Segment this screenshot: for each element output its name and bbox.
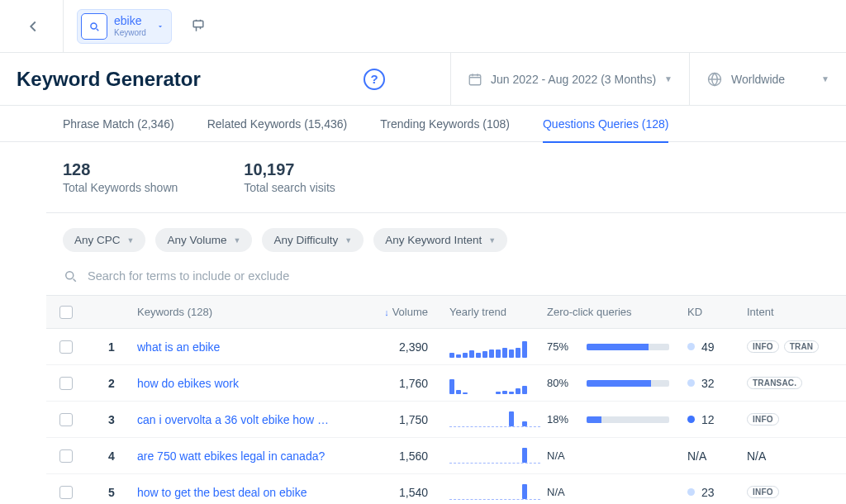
keyword-search-row bbox=[46, 264, 846, 296]
chevron-down-icon: ▼ bbox=[821, 74, 829, 83]
search-icon bbox=[88, 21, 100, 32]
filter-intent[interactable]: Any Keyword Intent▼ bbox=[373, 228, 507, 252]
region-label: Worldwide bbox=[731, 73, 785, 86]
kd-value: 12 bbox=[701, 413, 715, 426]
tab[interactable]: Phrase Match (2,346) bbox=[63, 106, 174, 142]
table-row: 1what is an ebike2,39075%49INFOTRAN bbox=[46, 329, 846, 365]
zero-click-value: 75% bbox=[547, 340, 580, 353]
column-zero-click[interactable]: Zero-click queries bbox=[547, 306, 687, 318]
column-trend[interactable]: Yearly trend bbox=[440, 306, 547, 318]
kd-cell: 23 bbox=[687, 486, 747, 499]
keyword-link[interactable]: how do ebikes work bbox=[137, 377, 352, 390]
table-row: 4are 750 watt ebikes legal in canada?1,5… bbox=[46, 438, 846, 474]
volume-value: 1,750 bbox=[360, 413, 440, 426]
region-selector[interactable]: Worldwide ▼ bbox=[689, 53, 846, 106]
table-row: 2how do ebikes work1,76080%32TRANSAC. bbox=[46, 365, 846, 402]
table-header: Keywords (128) ↓Volume Yearly trend Zero… bbox=[46, 296, 846, 329]
stat-label: Total search visits bbox=[244, 181, 335, 194]
intent-cell: INFO bbox=[747, 413, 821, 426]
chevron-down-icon: ▼ bbox=[345, 236, 352, 245]
kd-dot-icon bbox=[687, 488, 695, 496]
row-checkbox[interactable] bbox=[59, 413, 73, 426]
row-checkbox[interactable] bbox=[59, 340, 73, 354]
volume-value: 1,540 bbox=[360, 486, 440, 499]
trend-sparkline bbox=[449, 373, 540, 394]
kd-cell: N/A bbox=[687, 449, 747, 463]
kd-value: 32 bbox=[701, 377, 715, 390]
trend-sparkline bbox=[449, 336, 540, 358]
stat-total-visits: 10,197 Total search visits bbox=[244, 160, 335, 194]
kd-dot-icon bbox=[687, 343, 695, 350]
intent-tag: TRANSAC. bbox=[747, 377, 802, 389]
keyword-link[interactable]: how to get the best deal on ebike bbox=[137, 486, 352, 499]
filter-label: Any CPC bbox=[74, 234, 121, 246]
tab[interactable]: Related Keywords (15,436) bbox=[207, 106, 348, 142]
zero-click-bar bbox=[587, 416, 669, 423]
volume-value: 2,390 bbox=[360, 340, 440, 354]
search-icon-box bbox=[81, 13, 107, 40]
chevron-down-icon: ▼ bbox=[127, 236, 135, 245]
keyword-sublabel: Keyword bbox=[114, 28, 146, 37]
row-checkbox[interactable] bbox=[59, 486, 73, 499]
intent-tag: INFO bbox=[747, 486, 779, 498]
keyword-link[interactable]: can i overvolta a 36 volt ebike how … bbox=[137, 413, 352, 426]
chevron-down-icon: ▼ bbox=[234, 236, 241, 245]
kd-cell: 32 bbox=[687, 377, 747, 390]
sort-desc-icon: ↓ bbox=[384, 307, 389, 317]
date-range-label: Jun 2022 - Aug 2022 (3 Months) bbox=[491, 73, 656, 86]
filter-label: Any Difficulty bbox=[273, 234, 338, 246]
row-index: 5 bbox=[86, 486, 137, 499]
intent-tag: INFO bbox=[747, 413, 779, 426]
help-button[interactable]: ? bbox=[364, 69, 385, 90]
filter-label: Any Keyword Intent bbox=[385, 234, 482, 246]
filter-difficulty[interactable]: Any Difficulty▼ bbox=[262, 228, 364, 252]
row-checkbox[interactable] bbox=[59, 449, 73, 463]
trend-sparkline bbox=[449, 485, 540, 500]
filter-cpc[interactable]: Any CPC▼ bbox=[63, 228, 145, 252]
globe-icon bbox=[706, 71, 723, 88]
zero-click-value: N/A bbox=[547, 449, 580, 462]
kd-value: 49 bbox=[701, 340, 715, 354]
zero-click-bar bbox=[587, 344, 669, 350]
tabs: Phrase Match (2,346)Related Keywords (15… bbox=[0, 106, 846, 142]
intent-tag: INFO bbox=[747, 340, 779, 353]
intent-tag: TRAN bbox=[784, 340, 820, 353]
kd-value: 23 bbox=[701, 486, 715, 499]
stat-value: 10,197 bbox=[244, 160, 335, 179]
keyword-selector[interactable]: ebike Keyword bbox=[77, 9, 172, 44]
chevron-down-icon: ▼ bbox=[664, 74, 673, 83]
column-volume[interactable]: ↓Volume bbox=[360, 306, 440, 318]
intent-na: N/A bbox=[747, 449, 766, 463]
column-kd[interactable]: KD bbox=[687, 306, 747, 318]
keyword-value: ebike bbox=[114, 15, 146, 27]
page-title: Keyword Generator bbox=[0, 68, 364, 91]
summary-stats: 128 Total Keywords shown 10,197 Total se… bbox=[46, 142, 846, 213]
keyword-link[interactable]: are 750 watt ebikes legal in canada? bbox=[137, 449, 352, 463]
date-range-selector[interactable]: Jun 2022 - Aug 2022 (3 Months) ▼ bbox=[450, 53, 689, 106]
volume-value: 1,560 bbox=[360, 449, 440, 463]
page-header: Keyword Generator ? Jun 2022 - Aug 2022 … bbox=[0, 53, 846, 106]
zero-click-value: 80% bbox=[547, 377, 580, 389]
tab[interactable]: Trending Keywords (108) bbox=[380, 106, 510, 142]
back-button[interactable] bbox=[17, 10, 50, 43]
intent-cell: TRANSAC. bbox=[747, 377, 821, 389]
question-icon: ? bbox=[370, 72, 378, 86]
svg-rect-2 bbox=[469, 74, 481, 84]
keyword-search-input[interactable] bbox=[88, 269, 829, 283]
row-index: 3 bbox=[86, 413, 137, 426]
pin-button[interactable] bbox=[185, 13, 212, 40]
trend-sparkline bbox=[449, 449, 540, 464]
keyword-link[interactable]: what is an ebike bbox=[137, 340, 352, 354]
kd-cell: 12 bbox=[687, 413, 747, 426]
intent-cell: INFOTRAN bbox=[747, 340, 821, 353]
zero-click-value: N/A bbox=[547, 486, 580, 498]
row-index: 2 bbox=[86, 377, 137, 390]
column-intent[interactable]: Intent bbox=[747, 306, 821, 318]
stat-total-keywords: 128 Total Keywords shown bbox=[63, 160, 178, 194]
column-keywords[interactable]: Keywords (128) bbox=[137, 306, 360, 318]
tab[interactable]: Questions Queries (128) bbox=[543, 106, 669, 142]
select-all-checkbox[interactable] bbox=[59, 306, 73, 319]
calendar-icon bbox=[468, 72, 482, 87]
filter-volume[interactable]: Any Volume▼ bbox=[155, 228, 252, 252]
row-checkbox[interactable] bbox=[59, 377, 73, 390]
